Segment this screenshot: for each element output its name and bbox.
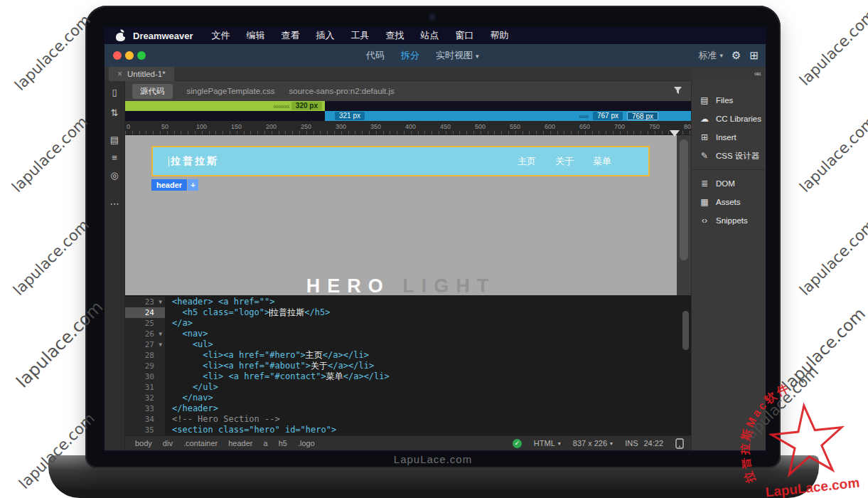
code-line[interactable]: 27▼ <ul> xyxy=(125,339,691,350)
media-query-bar-blue[interactable]: 321 px ««« 767 px 768 px xyxy=(325,111,691,121)
code-line-content[interactable]: <header> <a href=""> xyxy=(165,297,275,307)
menubar-item[interactable]: 工具 xyxy=(351,29,370,42)
gear-icon[interactable]: ⚙ xyxy=(732,49,741,62)
window-size-selector[interactable]: 837 x 226 ▾ xyxy=(573,439,613,447)
menubar-item[interactable]: 站点 xyxy=(421,29,439,42)
code-line[interactable]: 33</header> xyxy=(125,403,691,414)
format-source-icon[interactable]: ≡ xyxy=(112,153,117,163)
code-line[interactable]: 29 <li><a href="#about">关于</a></li> xyxy=(125,361,691,371)
media-query-bar-green[interactable]: ««««« 320 px xyxy=(125,101,325,111)
code-line-number[interactable]: 34 xyxy=(125,414,165,425)
fold-arrow-icon[interactable]: ▼ xyxy=(154,297,162,307)
tag-selector[interactable]: body xyxy=(135,439,152,447)
code-line-content[interactable]: <li><a href="#hero">主页</a></li> xyxy=(165,350,369,361)
tag-selector[interactable]: div xyxy=(163,439,173,447)
code-view[interactable]: 23▼<header> <a href="">24 <h5 class="log… xyxy=(125,295,691,435)
menubar-item[interactable]: 窗口 xyxy=(456,29,474,42)
code-line-number[interactable]: 26▼ xyxy=(125,329,165,339)
menubar-item[interactable]: 编辑 xyxy=(247,29,265,42)
tag-selector[interactable]: .logo xyxy=(298,439,315,447)
code-line[interactable]: 32 </nav> xyxy=(125,393,691,403)
code-line[interactable]: 26▼ <nav> xyxy=(125,329,691,339)
related-file[interactable]: singlePageTemplate.css xyxy=(187,87,275,95)
menubar-item[interactable]: 帮助 xyxy=(491,29,509,42)
code-line[interactable]: 24 <h5 class="logo">拉普拉斯</h5> xyxy=(125,307,691,318)
code-line-content[interactable]: <ul> xyxy=(165,339,213,350)
header-tag-badge[interactable]: header xyxy=(151,179,187,191)
related-file-source[interactable]: 源代码 xyxy=(132,84,173,99)
code-line-number[interactable]: 28 xyxy=(125,350,165,361)
design-nav-link[interactable]: 菜单 xyxy=(593,155,611,168)
site-logo-text[interactable]: 拉普拉斯 xyxy=(171,155,219,168)
code-line-content[interactable]: </nav> xyxy=(165,393,213,403)
code-line-content[interactable]: <section class="hero" id="hero"> xyxy=(165,425,336,435)
code-line-number[interactable]: 32 xyxy=(125,393,165,403)
code-line-number[interactable]: 35 xyxy=(125,425,165,435)
add-element-button[interactable]: + xyxy=(188,179,198,191)
design-scrollbar-thumb[interactable] xyxy=(680,139,688,260)
menubar-item[interactable]: 查看 xyxy=(282,29,300,42)
code-line[interactable]: 28 <li><a href="#hero">主页</a></li> xyxy=(125,350,691,361)
window-zoom-button[interactable] xyxy=(137,51,146,60)
menubar-item[interactable]: 插入 xyxy=(316,29,335,42)
design-view[interactable]: 拉普拉斯 主页关于菜单 header + HERO LIGHT xyxy=(125,135,677,295)
close-icon[interactable]: × xyxy=(117,69,122,79)
panel-tab-insert[interactable]: ⊞Insert xyxy=(692,128,766,147)
design-nav-link[interactable]: 主页 xyxy=(518,155,536,168)
code-line-content[interactable]: <h5 class="logo">拉普拉斯</h5> xyxy=(165,307,330,318)
code-line-content[interactable]: <!-- Hero Section --> xyxy=(165,414,280,425)
app-name[interactable]: Dreamweaver xyxy=(133,31,193,41)
menubar-item[interactable]: 文件 xyxy=(212,29,230,42)
panel-tab-css-designer[interactable]: ✎CSS 设计器 xyxy=(692,147,766,165)
panel-tab-files[interactable]: ▤Files xyxy=(692,91,766,110)
device-preview-icon[interactable] xyxy=(675,438,684,449)
design-header-element[interactable]: 拉普拉斯 主页关于菜单 xyxy=(151,146,650,176)
code-line[interactable]: 30 <li> <a href="#contact">菜单</a></li> xyxy=(125,371,691,382)
code-line-number[interactable]: 25 xyxy=(125,318,165,329)
inspect-icon[interactable]: ◎ xyxy=(110,171,118,181)
menubar-item[interactable]: 查找 xyxy=(386,29,404,42)
workspace-switcher[interactable]: 标准 ▾ xyxy=(698,49,723,62)
window-minimize-button[interactable] xyxy=(125,51,134,60)
code-line-content[interactable]: </ul> xyxy=(165,382,218,393)
panel-tab-assets[interactable]: ▦Assets xyxy=(692,193,766,211)
code-line-content[interactable]: </a> xyxy=(165,318,193,329)
tag-selector[interactable]: h5 xyxy=(279,439,287,447)
code-line-number[interactable]: 24 xyxy=(125,307,165,318)
code-line[interactable]: 25</a> xyxy=(125,318,691,329)
code-line[interactable]: 35<section class="hero" id="hero"> xyxy=(125,425,691,435)
code-line[interactable]: 31 </ul> xyxy=(125,382,691,393)
design-nav-link[interactable]: 关于 xyxy=(555,155,574,168)
panel-tab-snippets[interactable]: ‹›Snippets xyxy=(692,211,766,230)
apple-logo-icon[interactable] xyxy=(116,31,125,41)
window-close-button[interactable] xyxy=(113,51,122,60)
code-line-number[interactable]: 27▼ xyxy=(125,339,165,350)
design-scrollbar[interactable] xyxy=(677,135,691,295)
code-line-number[interactable]: 33 xyxy=(125,403,165,414)
filter-icon[interactable] xyxy=(674,87,682,95)
fold-arrow-icon[interactable]: ▼ xyxy=(154,329,162,339)
code-line-content[interactable]: <nav> xyxy=(165,329,208,339)
fold-arrow-icon[interactable]: ▼ xyxy=(154,339,162,350)
document-tab[interactable]: × Untitled-1* xyxy=(109,67,174,81)
extensions-icon[interactable]: ⊞ xyxy=(749,49,759,62)
collapse-panels-icon[interactable]: «« xyxy=(754,69,760,78)
related-file[interactable]: source-sans-pro:n2:default.js xyxy=(289,87,395,95)
code-line-number[interactable]: 30 xyxy=(125,371,165,382)
code-line[interactable]: 23▼<header> <a href=""> xyxy=(125,297,691,307)
code-line-number[interactable]: 31 xyxy=(125,382,165,393)
view-mode-button-2[interactable]: 实时视图▾ xyxy=(436,49,479,62)
code-line-number[interactable]: 29 xyxy=(125,361,165,371)
code-line-content[interactable]: <li><a href="#about">关于</a></li> xyxy=(165,361,374,371)
doctype-selector[interactable]: HTML ▾ xyxy=(534,439,561,447)
ruler-position-marker[interactable] xyxy=(670,130,680,137)
panel-tab-cc-libraries[interactable]: ☁CC Libraries xyxy=(692,110,766,128)
tag-selector[interactable]: header xyxy=(228,439,252,447)
tag-selector[interactable]: a xyxy=(264,439,268,447)
more-options-icon[interactable]: ⋯ xyxy=(110,199,119,209)
toggle-views-icon[interactable]: ⇅ xyxy=(111,108,119,118)
code-line-content[interactable]: </header> xyxy=(165,403,218,414)
code-scrollbar-thumb[interactable] xyxy=(682,311,689,350)
view-mode-button-0[interactable]: 代码 xyxy=(366,49,385,62)
code-line-content[interactable]: <li> <a href="#contact">菜单</a></li> xyxy=(165,371,390,382)
